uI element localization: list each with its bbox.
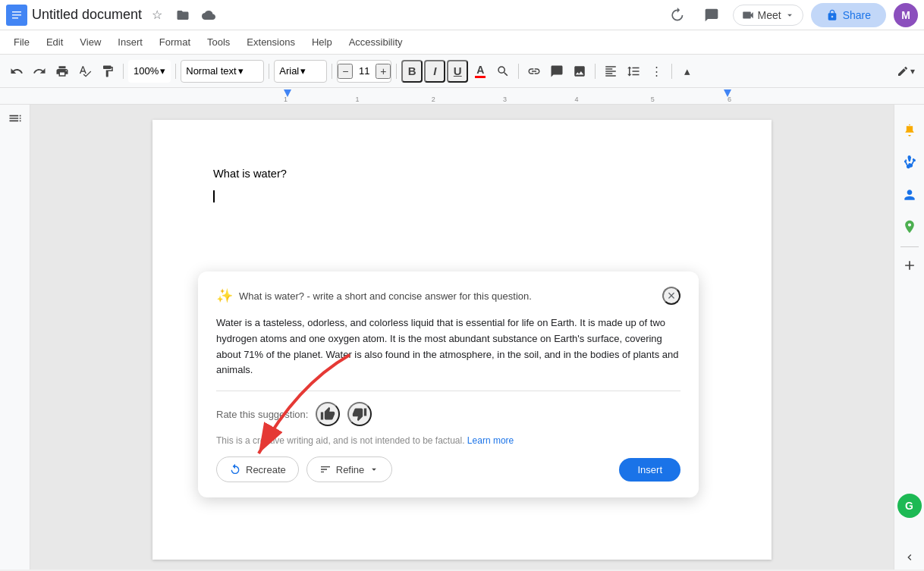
avatar[interactable]: M (894, 3, 918, 27)
document-heading: What is water? (213, 165, 711, 182)
insert-image-button[interactable] (569, 60, 590, 83)
highlight-color-button[interactable] (492, 60, 514, 83)
maps-sidebar-icon[interactable] (897, 215, 922, 239)
doc-title[interactable]: Untitled document (32, 7, 142, 23)
divider-4 (332, 64, 332, 79)
doc-title-area: Untitled document ☆ (32, 5, 663, 26)
menu-view[interactable]: View (72, 33, 108, 51)
rating-label: Rate this suggestion: (216, 409, 308, 420)
sidebar-divider (900, 246, 919, 247)
insert-comment-button[interactable] (546, 60, 567, 83)
redo-button[interactable] (29, 60, 50, 83)
menu-tools[interactable]: Tools (200, 33, 237, 51)
refine-button[interactable]: Refine (306, 456, 393, 482)
svg-rect-3 (12, 17, 18, 19)
comment-button[interactable] (698, 2, 725, 29)
toolbar: 100% ▾ Normal text ▾ Arial ▾ − + B I U A (0, 55, 924, 88)
meet-label: Meet (758, 9, 781, 21)
thumbs-down-button[interactable] (347, 402, 372, 426)
cloud-save-icon[interactable] (198, 5, 219, 26)
font-size-increase-button[interactable]: + (376, 64, 391, 79)
menu-bar: File Edit View Insert Format Tools Exten… (0, 30, 924, 55)
page-content[interactable]: What is water? (213, 165, 711, 205)
menu-accessibility[interactable]: Accessibility (341, 33, 410, 51)
menu-insert[interactable]: Insert (110, 33, 150, 51)
left-panel (0, 105, 30, 569)
divider-2 (175, 64, 176, 79)
doc-icon (6, 5, 27, 26)
main-area: What is water? ✨ What is water? - write … (0, 105, 924, 569)
action-row: Recreate Refine Insert (216, 456, 680, 482)
underline-button[interactable]: U (447, 60, 468, 83)
menu-file[interactable]: File (6, 33, 37, 51)
share-label: Share (843, 9, 871, 21)
title-bar: Untitled document ☆ Meet Share M (0, 0, 924, 30)
divider-8 (671, 64, 672, 79)
bold-button[interactable]: B (401, 60, 423, 83)
menu-format[interactable]: Format (152, 33, 198, 51)
ruler: 1 1 2 3 4 5 6 (0, 88, 924, 105)
paint-format-button[interactable] (97, 60, 118, 83)
font-size-input[interactable] (353, 65, 376, 77)
suggestion-header: ✨ What is water? - write a short and con… (216, 287, 680, 305)
divider-5 (396, 64, 397, 79)
top-right-actions: Meet Share M (663, 2, 918, 29)
print-button[interactable] (52, 60, 73, 83)
divider-3 (269, 64, 269, 79)
suggestion-prompt: What is water? - write a short and conci… (239, 290, 656, 302)
share-button[interactable]: Share (811, 3, 886, 27)
font-selector[interactable]: Arial ▾ (274, 60, 327, 83)
add-sidebar-button[interactable] (899, 255, 920, 276)
keep-sidebar-icon[interactable] (897, 119, 922, 143)
page: What is water? ✨ What is water? - write … (152, 120, 772, 560)
title-icons: ☆ (146, 5, 219, 26)
learn-more-link[interactable]: Learn more (467, 435, 514, 446)
ai-sparkle-icon: ✨ (216, 287, 233, 304)
font-color-button[interactable]: A (470, 60, 491, 83)
svg-rect-2 (12, 14, 21, 16)
divider-1 (123, 64, 124, 79)
line-spacing-button[interactable] (623, 60, 644, 83)
thumbs-up-button[interactable] (316, 402, 340, 426)
menu-help[interactable]: Help (304, 33, 340, 51)
star-icon[interactable]: ☆ (146, 5, 168, 26)
suggestion-footer: Rate this suggestion: This is a creative… (216, 391, 680, 482)
zoom-selector[interactable]: 100% ▾ (128, 60, 171, 83)
text-cursor (213, 190, 215, 202)
text-align-button[interactable] (600, 60, 621, 83)
recreate-button[interactable]: Recreate (216, 456, 299, 482)
collapse-sidebar-button[interactable] (897, 545, 922, 569)
suggestion-box: ✨ What is water? - write a short and con… (198, 271, 699, 497)
font-size-decrease-button[interactable]: − (338, 64, 353, 79)
right-sidebar: G (894, 105, 924, 569)
menu-edit[interactable]: Edit (39, 33, 71, 51)
outline-icon[interactable] (8, 111, 23, 130)
meet-button[interactable]: Meet (733, 5, 803, 26)
insert-link-button[interactable] (523, 60, 545, 83)
more-formatting-button[interactable]: ⋮ (646, 60, 667, 83)
contacts-sidebar-icon[interactable] (897, 183, 922, 207)
move-to-folder-icon[interactable] (172, 5, 193, 26)
menu-extensions[interactable]: Extensions (239, 33, 303, 51)
rating-row: Rate this suggestion: (216, 402, 680, 426)
history-button[interactable] (663, 2, 690, 29)
disclaimer-text: This is a creative writing aid, and is n… (216, 435, 680, 446)
undo-button[interactable] (6, 60, 27, 83)
grammarly-icon[interactable]: G (897, 494, 922, 518)
collapse-toolbar-button[interactable]: ▴ (677, 60, 698, 83)
doc-area[interactable]: What is water? ✨ What is water? - write … (30, 105, 894, 569)
italic-button[interactable]: I (424, 60, 445, 83)
font-size-control: − + (337, 60, 391, 83)
divider-6 (518, 64, 519, 79)
style-selector[interactable]: Normal text ▾ (181, 60, 264, 83)
spellcheck-button[interactable] (74, 60, 96, 83)
suggestion-body-text: Water is a tasteless, odorless, and colo… (216, 315, 680, 378)
tasks-sidebar-icon[interactable] (897, 151, 922, 175)
insert-button[interactable]: Insert (619, 458, 680, 482)
cursor-line (213, 188, 711, 205)
divider-7 (595, 64, 596, 79)
editing-mode-button[interactable]: ▾ (894, 60, 918, 83)
suggestion-close-button[interactable]: × (662, 287, 680, 305)
svg-rect-1 (12, 11, 21, 13)
